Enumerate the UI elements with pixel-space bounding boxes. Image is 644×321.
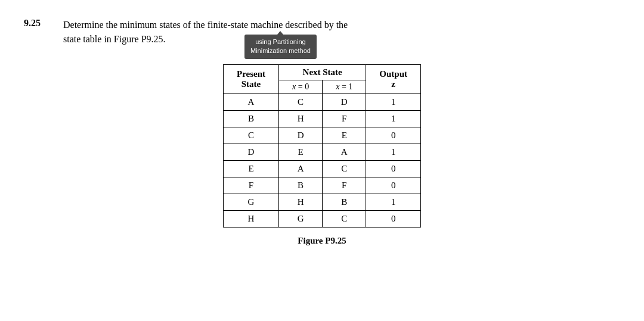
x1-header: x = 1 bbox=[323, 80, 366, 94]
tooltip-line1: using Partitioning bbox=[255, 38, 305, 45]
output-cell: 0 bbox=[366, 177, 421, 194]
present-state-cell: G bbox=[224, 194, 279, 211]
x1-cell: C bbox=[323, 161, 366, 177]
x1-cell: E bbox=[323, 127, 366, 144]
output-sub: z bbox=[391, 79, 395, 89]
present-state-header: PresentState bbox=[224, 65, 279, 94]
output-header: Outputz bbox=[366, 65, 421, 94]
x0-header: x = 0 bbox=[279, 80, 323, 94]
header-row-top: PresentState Next State Outputz bbox=[224, 65, 421, 80]
output-cell: 1 bbox=[366, 194, 421, 211]
x0-cell: E bbox=[279, 144, 323, 161]
x0-cell: H bbox=[279, 111, 323, 127]
table-area: PresentState Next State Outputz x = 0 x … bbox=[24, 64, 620, 246]
output-cell: 1 bbox=[366, 111, 421, 127]
x1-cell: C bbox=[323, 211, 366, 227]
problem-number: 9.25 bbox=[24, 18, 54, 29]
problem-text-line1: Determine the minimum states of the fini… bbox=[63, 20, 348, 30]
x0-cell: C bbox=[279, 94, 323, 111]
present-state-cell: A bbox=[224, 94, 279, 111]
present-state-cell: B bbox=[224, 111, 279, 127]
x1-cell: F bbox=[323, 177, 366, 194]
tooltip-box: using Partitioning Minimization method bbox=[244, 35, 317, 59]
present-state-cell: H bbox=[224, 211, 279, 227]
output-cell: 0 bbox=[366, 211, 421, 227]
x0-cell: B bbox=[279, 177, 323, 194]
x0-cell: D bbox=[279, 127, 323, 144]
x1-cell: F bbox=[323, 111, 366, 127]
table-row: DEA1 bbox=[224, 144, 421, 161]
table-row: BHF1 bbox=[224, 111, 421, 127]
problem-header: 9.25 Determine the minimum states of the… bbox=[24, 18, 620, 46]
page-content: 9.25 Determine the minimum states of the… bbox=[24, 18, 620, 246]
output-cell: 1 bbox=[366, 144, 421, 161]
next-state-header: Next State bbox=[279, 65, 366, 80]
x1-cell: B bbox=[323, 194, 366, 211]
x0-cell: H bbox=[279, 194, 323, 211]
x1-cell: D bbox=[323, 94, 366, 111]
output-cell: 0 bbox=[366, 161, 421, 177]
problem-text-line2: state table in Figure P9.25. bbox=[63, 34, 166, 44]
table-row: CDE0 bbox=[224, 127, 421, 144]
output-cell: 0 bbox=[366, 127, 421, 144]
x0-cell: G bbox=[279, 211, 323, 227]
table-body: ACD1BHF1CDE0DEA1EAC0FBF0GHB1HGC0 bbox=[224, 94, 421, 227]
present-state-cell: D bbox=[224, 144, 279, 161]
table-row: FBF0 bbox=[224, 177, 421, 194]
state-table: PresentState Next State Outputz x = 0 x … bbox=[223, 64, 421, 227]
figure-caption: Figure P9.25 bbox=[298, 236, 346, 246]
present-state-cell: E bbox=[224, 161, 279, 177]
table-row: HGC0 bbox=[224, 211, 421, 227]
table-row: GHB1 bbox=[224, 194, 421, 211]
x1-cell: A bbox=[323, 144, 366, 161]
table-row: ACD1 bbox=[224, 94, 421, 111]
x0-cell: A bbox=[279, 161, 323, 177]
tooltip-line2: Minimization method bbox=[250, 47, 311, 54]
output-cell: 1 bbox=[366, 94, 421, 111]
present-state-cell: C bbox=[224, 127, 279, 144]
present-state-cell: F bbox=[224, 177, 279, 194]
table-row: EAC0 bbox=[224, 161, 421, 177]
